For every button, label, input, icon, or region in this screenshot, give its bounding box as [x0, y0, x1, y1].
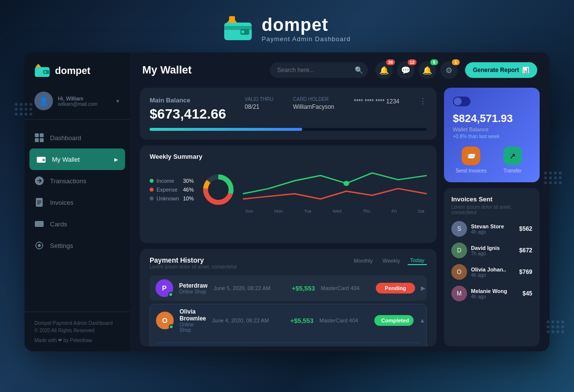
avatar-status-icon	[169, 324, 174, 329]
invoice-name: Melanie Wong	[471, 288, 519, 294]
wallet-actions: 📨 Send Invoices ↗ Transfer	[453, 147, 531, 173]
chart-labels: Sun Mon Tue Wed Thu Fri Sat	[243, 209, 427, 214]
transfer-action[interactable]: ↗ Transfer	[495, 147, 531, 173]
filter-monthly[interactable]: Monthly	[351, 257, 375, 265]
footer-company: Dompet Payment Admin Dashboard	[34, 319, 120, 327]
valid-thru-value: 08/21	[245, 103, 260, 110]
invoice-avatar-melanie: M	[451, 286, 467, 301]
sidebar-item-settings-label: Settings	[50, 242, 73, 249]
notification-bell-button[interactable]: 🔔 36	[375, 61, 393, 79]
expense-dot	[150, 188, 154, 192]
payment-info: Peterdraw Online Shop	[179, 282, 208, 294]
invoice-amount: $562	[519, 225, 532, 232]
valid-thru-label: VALID THRU	[245, 97, 274, 102]
sidebar-footer: Dompet Payment Admin Dashboard © 2020 Al…	[25, 312, 130, 351]
svg-rect-13	[40, 138, 44, 142]
sidebar-item-my-wallet[interactable]: My Wallet ▶	[29, 148, 125, 170]
options-icon[interactable]: ⋮	[419, 97, 427, 111]
invoice-name: Olivia Johan..	[471, 267, 515, 272]
payer-name: Peterdraw	[179, 282, 208, 289]
status-badge: Pending	[376, 283, 415, 294]
payment-row-main: O Olivia Brownlee Online Shop June 4, 20…	[156, 308, 420, 333]
weekly-title: Weekly Summary	[150, 153, 427, 160]
generate-report-button[interactable]: Generate Report 📊	[465, 62, 537, 78]
invoice-amount: $769	[519, 269, 532, 275]
invoice-time: 4h ago	[471, 294, 519, 299]
wallet-toggle[interactable]	[453, 97, 470, 106]
chart-label-mon: Mon	[274, 209, 283, 214]
invoice-amount: $45	[522, 290, 532, 297]
sidebar-item-wallet-label: My Wallet	[52, 156, 80, 163]
income-value: 30%	[183, 178, 194, 184]
invoice-time: 4h ago	[471, 229, 515, 235]
notification-settings-button[interactable]: ⚙ 1	[440, 61, 458, 79]
card-holder-label: CARD HOLDER	[293, 97, 334, 102]
dashboard-container: dompet 👤 Hi, William wilkam@mail.com ▼ D…	[25, 52, 549, 351]
legend-expense: Expense 46%	[150, 187, 194, 193]
sidebar-item-invoices[interactable]: Invoices	[25, 192, 130, 213]
notification-alert-button[interactable]: 🔔 5	[418, 61, 436, 79]
sidebar-item-cards[interactable]: Cards	[25, 213, 130, 235]
filter-weekly[interactable]: Weekly	[380, 257, 403, 265]
invoices-subtitle: Lorem ipsum dolor sit amet, consectetur	[451, 204, 532, 215]
search-input[interactable]	[277, 67, 351, 74]
donut-chart	[201, 172, 235, 207]
payment-detail: ID Payment #00123521 Payment Method Mast…	[156, 343, 420, 346]
invoices-icon	[34, 197, 44, 207]
invoices-title: Invoices Sent	[451, 196, 532, 203]
invoice-time: 4h ago	[471, 272, 515, 278]
notification-icons: 🔔 36 💬 12 🔔 5 ⚙ 1	[375, 61, 458, 79]
send-invoices-icon: 📨	[462, 147, 480, 165]
search-box: 🔍	[270, 62, 368, 78]
send-invoices-action[interactable]: 📨 Send Invoices	[453, 147, 490, 173]
right-column: $824,571.93 Wallet Balance +0.8% than la…	[444, 88, 540, 346]
payment-title-group: Payment History Lorem ipsum dolor sit am…	[150, 256, 351, 270]
sidebar-item-transactions[interactable]: Transactions	[25, 170, 130, 192]
brand-subtitle: Payment Admin Dashboard	[261, 35, 350, 43]
svg-point-8	[44, 71, 46, 73]
list-item: D David Ignis 7h ago $672	[451, 243, 532, 258]
income-label: Income	[157, 178, 174, 184]
svg-rect-10	[35, 133, 39, 137]
svg-point-31	[343, 181, 349, 186]
sidebar-user[interactable]: 👤 Hi, William wilkam@mail.com ▼	[25, 87, 130, 120]
valid-thru-info: VALID THRU 08/21	[245, 97, 274, 111]
payer-name: Olivia Brownlee	[180, 308, 206, 322]
svg-rect-5	[229, 16, 235, 23]
footer-rights: © 2020 All Rights Reserved	[34, 327, 120, 334]
sidebar-item-settings[interactable]: Settings	[25, 235, 130, 256]
notification-chat-button[interactable]: 💬 12	[397, 61, 415, 79]
invoice-time: 7h ago	[471, 251, 515, 256]
sidebar-logo-icon	[34, 63, 50, 78]
row-collapse-icon[interactable]: ▲	[419, 317, 425, 324]
brand-name: dompet	[261, 15, 350, 35]
balance-progress-bar	[150, 128, 427, 131]
balance-progress-fill	[150, 128, 302, 131]
payment-method: MasterCard 404	[321, 285, 370, 291]
search-button[interactable]: 🔍	[355, 66, 363, 74]
table-row: O Olivia Brownlee Online Shop June 4, 20…	[150, 304, 427, 346]
payer-shop: Online Shop	[179, 289, 208, 294]
wallet-icon	[36, 154, 46, 164]
decorative-dots-topright	[544, 172, 562, 184]
invoice-info: Olivia Johan.. 4h ago	[471, 267, 515, 278]
app-header: dompet Payment Admin Dashboard	[0, 0, 574, 52]
sidebar-item-dashboard[interactable]: Dashboard	[25, 127, 130, 148]
payment-amount: +$5,553	[283, 285, 315, 292]
payment-amount: +$5,553	[282, 317, 313, 324]
avatar-status-icon	[168, 292, 173, 297]
row-expand-icon[interactable]: ▶	[421, 285, 425, 292]
decorative-dots-topleft	[15, 103, 32, 116]
sidebar-nav: Dashboard My Wallet ▶ Transactions	[25, 120, 130, 312]
invoice-info: David Ignis 7h ago	[471, 245, 515, 256]
legend-income: Income 30%	[150, 178, 194, 184]
invoice-avatar-stevan: S	[451, 221, 467, 237]
svg-point-26	[38, 245, 41, 247]
card-holder-info: CARD HOLDER WilliamFacyson	[293, 97, 334, 111]
filter-today[interactable]: Today	[408, 256, 427, 265]
payment-date: June 5, 2020, 08:22 AM	[213, 285, 277, 291]
expense-label: Expense	[157, 187, 178, 193]
sidebar: dompet 👤 Hi, William wilkam@mail.com ▼ D…	[25, 52, 130, 351]
transfer-label: Transfer	[503, 168, 522, 173]
alert-badge: 5	[430, 59, 438, 65]
